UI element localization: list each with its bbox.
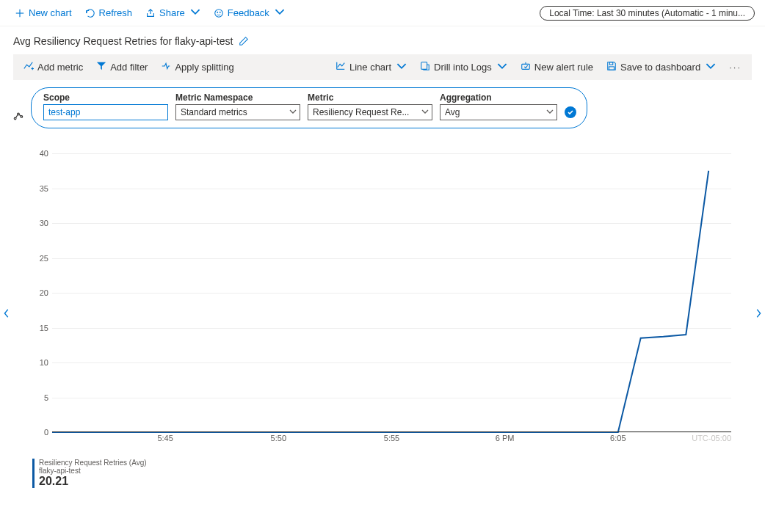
apply-splitting-button[interactable]: Apply splitting <box>155 58 239 76</box>
x-tick-label: 5:50 <box>271 434 286 442</box>
pencil-icon <box>239 36 249 46</box>
metric-picker: Scope test-app Metric Namespace Standard… <box>31 87 587 128</box>
share-label: Share <box>159 7 185 18</box>
chart-type-button[interactable]: Line chart <box>330 58 413 76</box>
refresh-button[interactable]: Refresh <box>81 5 137 21</box>
metric-label: Metric <box>308 92 432 103</box>
alert-icon <box>521 61 531 73</box>
svg-point-2 <box>215 9 223 17</box>
y-tick-label: 15 <box>31 324 48 332</box>
x-tick-label: 5:55 <box>384 434 399 442</box>
chevron-down-icon <box>546 107 554 117</box>
svg-marker-7 <box>97 62 106 70</box>
prev-chart-button[interactable] <box>1 308 12 318</box>
svg-point-3 <box>217 12 218 12</box>
x-tick-label: 6 PM <box>496 434 515 442</box>
more-button[interactable]: ··· <box>723 59 747 76</box>
y-tick-label: 35 <box>31 184 48 193</box>
feedback-icon <box>214 8 224 18</box>
add-filter-label: Add filter <box>110 62 148 73</box>
y-tick-label: 40 <box>31 149 48 158</box>
apply-splitting-label: Apply splitting <box>175 62 233 73</box>
legend-value: 20.21 <box>39 475 147 488</box>
namespace-label: Metric Namespace <box>175 92 300 103</box>
chevron-down-icon <box>190 7 200 19</box>
chart-type-label: Line chart <box>349 62 391 73</box>
add-metric-icon <box>23 61 34 73</box>
svg-line-15 <box>16 114 18 117</box>
chevron-down-icon <box>706 61 716 73</box>
aggregation-label: Aggregation <box>440 92 557 103</box>
y-tick-label: 20 <box>31 288 48 297</box>
add-metric-label: Add metric <box>37 62 83 73</box>
y-tick-label: 0 <box>31 428 48 437</box>
svg-rect-11 <box>609 67 614 70</box>
series-line <box>52 171 708 432</box>
refresh-label: Refresh <box>99 7 133 18</box>
x-axis <box>52 431 731 432</box>
add-metric-button[interactable]: Add metric <box>18 58 89 76</box>
new-chart-button[interactable]: New chart <box>10 5 76 21</box>
new-alert-button[interactable]: New alert rule <box>515 58 599 76</box>
save-dashboard-label: Save to dashboard <box>620 62 700 73</box>
namespace-selector[interactable]: Standard metrics <box>175 104 300 120</box>
svg-rect-8 <box>421 62 427 70</box>
svg-rect-10 <box>609 62 612 65</box>
confirm-metric-button[interactable] <box>565 106 576 118</box>
chevron-down-icon <box>497 61 507 73</box>
scope-selector[interactable]: test-app <box>43 104 168 120</box>
legend-color-bar <box>32 459 35 488</box>
logs-icon <box>420 61 430 73</box>
chevron-down-icon <box>421 107 429 117</box>
share-icon <box>145 8 156 18</box>
splitting-icon <box>161 61 171 73</box>
check-icon <box>567 109 574 116</box>
svg-point-4 <box>220 12 220 12</box>
y-tick-label: 10 <box>31 358 48 367</box>
save-dashboard-button[interactable]: Save to dashboard <box>601 58 722 76</box>
new-chart-label: New chart <box>29 7 72 18</box>
scope-value: test-app <box>48 107 80 117</box>
edit-title-button[interactable] <box>239 36 249 46</box>
feedback-button[interactable]: Feedback <box>209 4 289 21</box>
y-tick-label: 5 <box>31 393 48 402</box>
aggregation-value: Avg <box>445 107 460 117</box>
filter-icon <box>96 61 106 73</box>
new-alert-label: New alert rule <box>534 62 593 73</box>
scope-label: Scope <box>43 92 168 103</box>
timezone-label: UTC-05:00 <box>692 434 731 442</box>
chevron-down-icon <box>289 107 297 117</box>
y-tick-label: 25 <box>31 254 48 263</box>
share-button[interactable]: Share <box>141 4 205 21</box>
drill-logs-label: Drill into Logs <box>434 62 492 73</box>
next-chart-button[interactable] <box>753 308 764 318</box>
add-filter-button[interactable]: Add filter <box>90 58 153 76</box>
chart[interactable]: 05101520253035405:455:505:556 PM6:05UTC-… <box>26 153 739 454</box>
y-tick-label: 30 <box>31 219 48 227</box>
time-range-pill[interactable]: Local Time: Last 30 minutes (Automatic -… <box>540 6 755 21</box>
aggregation-selector[interactable]: Avg <box>440 104 557 120</box>
x-tick-label: 5:45 <box>157 434 173 442</box>
chart-title: Avg Resiliency Request Retries for flaky… <box>13 35 233 47</box>
save-icon <box>606 61 617 73</box>
legend-source: flaky-api-test <box>39 467 147 475</box>
x-tick-label: 6:05 <box>610 434 626 442</box>
legend-series-name: Resiliency Request Retries (Avg) <box>39 459 147 467</box>
line-chart-icon <box>336 61 346 73</box>
namespace-value: Standard metrics <box>181 107 247 117</box>
metric-selector[interactable]: Resiliency Request Re... <box>308 104 432 120</box>
chevron-down-icon <box>396 61 407 73</box>
svg-line-16 <box>19 114 21 116</box>
drill-logs-button[interactable]: Drill into Logs <box>414 58 513 76</box>
series-color-icon <box>13 111 23 121</box>
chevron-down-icon <box>275 7 285 19</box>
refresh-icon <box>85 8 95 18</box>
metric-value: Resiliency Request Re... <box>313 107 409 117</box>
legend-card[interactable]: Resiliency Request Retries (Avg) flaky-a… <box>32 459 765 488</box>
feedback-label: Feedback <box>228 7 269 18</box>
plus-icon <box>15 8 25 18</box>
